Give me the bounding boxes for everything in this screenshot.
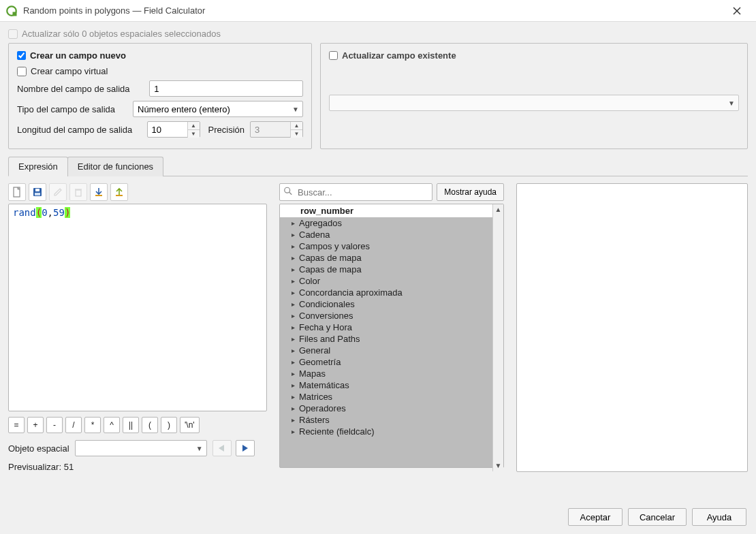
tree-group[interactable]: ▸Fecha y Hora xyxy=(280,321,503,333)
create-new-field-checkbox[interactable] xyxy=(17,51,26,60)
tree-group[interactable]: ▸Conversiones xyxy=(280,310,503,321)
tree-group-label: Fecha y Hora xyxy=(299,322,352,332)
operator-button[interactable]: '\n' xyxy=(180,417,200,433)
caret-right-icon: ▸ xyxy=(289,405,296,412)
spin-down-icon: ▼ xyxy=(290,130,302,138)
feature-label: Objeto espacial xyxy=(8,443,69,454)
tree-group[interactable]: ▸Rásters xyxy=(280,414,503,426)
cancel-button[interactable]: Cancelar xyxy=(628,508,687,526)
tree-group[interactable]: ▸Geometría xyxy=(280,356,503,368)
svg-marker-13 xyxy=(242,445,248,452)
operator-button[interactable]: * xyxy=(84,417,101,433)
operator-button[interactable]: ^ xyxy=(104,417,120,433)
tree-group-label: Capas de mapa xyxy=(299,253,362,263)
tree-group[interactable]: ▸Capas de mapa xyxy=(280,252,503,264)
tree-group[interactable]: ▸Concordancia aproximada xyxy=(280,287,503,298)
expression-editor[interactable]: rand(0,59) xyxy=(8,204,267,411)
feature-combo[interactable] xyxy=(75,440,207,456)
tab-expression[interactable]: Expresión xyxy=(8,157,68,176)
tree-group[interactable]: ▸General xyxy=(280,345,503,356)
spin-down-icon[interactable]: ▼ xyxy=(187,130,200,138)
show-help-button[interactable]: Mostrar ayuda xyxy=(437,183,504,201)
operator-button[interactable]: + xyxy=(27,417,44,433)
output-name-input[interactable] xyxy=(149,80,303,97)
tree-group-label: Color xyxy=(299,276,320,286)
titlebar: Random points in polygons — Field Calcul… xyxy=(0,0,756,22)
caret-right-icon: ▸ xyxy=(289,254,296,262)
svg-rect-8 xyxy=(76,190,81,196)
output-type-label: Tipo del campo de salida xyxy=(17,104,127,114)
tree-group-label: Condicionales xyxy=(299,299,355,309)
output-name-label: Nombre del campo de salida xyxy=(17,84,144,94)
tree-group[interactable]: ▸Campos y valores xyxy=(280,240,503,252)
preview-label: Previsualizar: xyxy=(8,462,61,472)
save-icon xyxy=(32,187,43,198)
save-button[interactable] xyxy=(29,183,46,201)
tree-group[interactable]: ▸Color xyxy=(280,275,503,287)
create-virtual-checkbox[interactable]: Crear campo virtual xyxy=(17,66,108,76)
svg-marker-12 xyxy=(219,445,224,452)
tree-group[interactable]: ▸Matrices xyxy=(280,391,503,403)
operator-button[interactable]: = xyxy=(8,417,25,433)
tree-group-label: Operadores xyxy=(299,403,346,413)
tree-group-label: Agregados xyxy=(299,218,342,228)
caret-right-icon: ▸ xyxy=(289,416,296,424)
tree-group-label: Capas de mapa xyxy=(299,264,362,274)
tree-group[interactable]: ▸Operadores xyxy=(280,403,503,414)
output-type-combo[interactable]: Número entero (entero) xyxy=(133,101,303,117)
operator-button[interactable]: ) xyxy=(161,417,177,433)
upload-icon xyxy=(114,187,125,198)
tab-function-editor[interactable]: Editor de funciones xyxy=(67,157,163,176)
update-existing-checkbox[interactable] xyxy=(329,51,338,60)
update-selected-label: Actualizar sólo 0 objetos espaciales sel… xyxy=(22,29,221,39)
triangle-left-icon xyxy=(218,444,226,452)
ok-button[interactable]: Aceptar xyxy=(568,508,623,526)
caret-right-icon: ▸ xyxy=(289,358,296,366)
svg-rect-1 xyxy=(13,12,17,16)
tree-group[interactable]: ▸Matemáticas xyxy=(280,379,503,391)
next-feature-button[interactable] xyxy=(236,440,255,456)
operator-button[interactable]: - xyxy=(46,417,63,433)
new-file-button[interactable] xyxy=(8,183,26,201)
caret-right-icon: ▸ xyxy=(289,335,296,343)
operator-button[interactable]: ( xyxy=(142,417,158,433)
help-button[interactable]: Ayuda xyxy=(692,508,746,526)
search-icon xyxy=(283,187,293,198)
import-button[interactable] xyxy=(90,183,108,201)
function-tree[interactable]: row_number▸Agregados▸Cadena▸Campos y val… xyxy=(279,204,504,468)
download-icon xyxy=(93,187,104,198)
close-button[interactable] xyxy=(723,1,751,20)
update-field-panel: Actualizar campo existente ▼ xyxy=(320,43,748,149)
scrollbar[interactable]: ▲ ▼ xyxy=(492,204,503,471)
tree-group-label: Mapas xyxy=(299,368,326,379)
file-icon xyxy=(12,187,22,198)
tree-group[interactable]: ▸Agregados xyxy=(280,217,503,229)
edit-button xyxy=(49,183,67,201)
tree-group[interactable]: ▸Mapas xyxy=(280,368,503,379)
close-icon xyxy=(733,7,741,15)
search-input[interactable] xyxy=(279,183,432,201)
tree-group[interactable]: ▸Condicionales xyxy=(280,298,503,310)
existing-field-combo xyxy=(329,95,739,111)
output-length-label: Longitud del campo de salida xyxy=(17,125,142,135)
tree-group-label: Conversiones xyxy=(299,311,353,321)
svg-rect-7 xyxy=(35,193,40,195)
caret-right-icon: ▸ xyxy=(289,289,296,296)
tree-item-row-number[interactable]: row_number xyxy=(280,204,503,217)
caret-right-icon: ▸ xyxy=(289,393,296,400)
operator-button[interactable]: || xyxy=(123,417,139,433)
tree-group[interactable]: ▸Cadena xyxy=(280,229,503,240)
operator-button[interactable]: / xyxy=(65,417,82,433)
export-button[interactable] xyxy=(110,183,128,201)
scroll-down-icon[interactable]: ▼ xyxy=(493,460,503,471)
preview-value: 51 xyxy=(64,462,74,472)
dialog-footer: Aceptar Cancelar Ayuda xyxy=(568,508,746,526)
tree-group[interactable]: ▸Capas de mapa xyxy=(280,264,503,275)
scroll-up-icon[interactable]: ▲ xyxy=(493,204,503,215)
create-field-panel: Crear un campo nuevo Crear campo virtual… xyxy=(8,43,312,149)
tree-group[interactable]: ▸Reciente (fieldcalc) xyxy=(280,426,503,437)
spin-up-icon[interactable]: ▲ xyxy=(187,122,200,130)
tree-group[interactable]: ▸Files and Paths xyxy=(280,333,503,345)
trash-icon xyxy=(73,187,84,198)
caret-right-icon: ▸ xyxy=(289,428,296,435)
